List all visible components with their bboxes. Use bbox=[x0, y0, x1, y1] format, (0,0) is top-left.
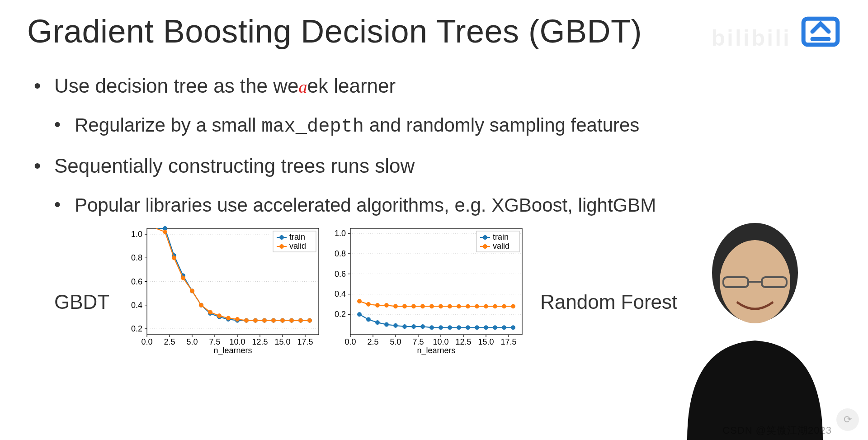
bullet-1a-post: and randomly sampling features bbox=[364, 114, 639, 136]
chart-label-left: GBDT bbox=[54, 291, 115, 313]
svg-point-112 bbox=[394, 323, 398, 327]
svg-point-57 bbox=[217, 314, 222, 318]
svg-point-133 bbox=[421, 304, 425, 308]
svg-point-131 bbox=[403, 304, 407, 308]
svg-point-128 bbox=[376, 303, 380, 308]
svg-point-109 bbox=[367, 317, 371, 322]
handwritten-correction: a bbox=[299, 77, 307, 96]
svg-text:7.5: 7.5 bbox=[209, 337, 220, 346]
svg-point-141 bbox=[493, 304, 497, 308]
video-watermark: bilibili bbox=[712, 25, 791, 51]
svg-text:2.5: 2.5 bbox=[164, 337, 175, 346]
svg-text:0.0: 0.0 bbox=[344, 337, 356, 346]
svg-text:15.0: 15.0 bbox=[274, 337, 290, 346]
svg-text:5.0: 5.0 bbox=[390, 337, 401, 346]
svg-point-51 bbox=[163, 230, 167, 234]
svg-point-66 bbox=[299, 318, 303, 322]
svg-point-139 bbox=[475, 304, 479, 308]
svg-text:2.5: 2.5 bbox=[367, 337, 378, 346]
bullet-1a: Regularize by a small max_depth and rand… bbox=[54, 114, 841, 137]
svg-text:1.0: 1.0 bbox=[131, 230, 142, 239]
svg-text:0.8: 0.8 bbox=[335, 249, 346, 258]
svg-point-117 bbox=[439, 326, 443, 330]
svg-text:15.0: 15.0 bbox=[478, 337, 494, 346]
svg-text:17.5: 17.5 bbox=[500, 337, 516, 346]
video-control-icon[interactable]: ⟳ bbox=[836, 408, 859, 431]
svg-text:valid: valid bbox=[493, 241, 509, 251]
svg-point-53 bbox=[181, 276, 185, 280]
svg-text:0.0: 0.0 bbox=[141, 337, 152, 346]
svg-point-118 bbox=[448, 326, 452, 330]
svg-point-123 bbox=[493, 326, 497, 330]
chart-label-right: Random Forest bbox=[540, 291, 677, 313]
svg-point-138 bbox=[466, 304, 470, 308]
svg-point-122 bbox=[484, 326, 488, 330]
bullet-list: Use decision tree as the weaek learner R… bbox=[34, 75, 841, 216]
svg-point-132 bbox=[412, 304, 416, 308]
svg-point-137 bbox=[457, 304, 461, 308]
svg-text:10.0: 10.0 bbox=[229, 337, 245, 346]
footer-credit: CSDN @笑傲江湖2023 bbox=[722, 424, 832, 437]
svg-point-63 bbox=[272, 318, 276, 322]
svg-point-116 bbox=[430, 326, 434, 330]
svg-text:0.2: 0.2 bbox=[131, 324, 142, 333]
svg-text:17.5: 17.5 bbox=[297, 337, 313, 346]
svg-point-60 bbox=[245, 318, 249, 322]
charts-row: GBDT 0.20.40.60.81.00.02.55.07.510.012.5… bbox=[54, 224, 823, 355]
svg-point-114 bbox=[412, 325, 416, 329]
bullet-2: Sequentially constructing trees runs slo… bbox=[34, 155, 841, 216]
svg-point-58 bbox=[226, 316, 231, 320]
svg-text:n_learners: n_learners bbox=[213, 346, 252, 355]
svg-point-149 bbox=[483, 245, 487, 249]
svg-text:0.6: 0.6 bbox=[131, 277, 142, 286]
svg-point-115 bbox=[421, 325, 425, 329]
svg-point-62 bbox=[263, 318, 267, 322]
chart-gbdt-svg: 0.20.40.60.81.00.02.55.07.510.012.515.01… bbox=[124, 224, 323, 355]
svg-text:10.0: 10.0 bbox=[433, 337, 448, 346]
svg-point-146 bbox=[483, 236, 487, 240]
svg-text:0.2: 0.2 bbox=[335, 310, 346, 319]
svg-point-56 bbox=[208, 310, 212, 314]
svg-point-67 bbox=[308, 318, 312, 322]
svg-text:12.5: 12.5 bbox=[252, 337, 268, 346]
svg-point-110 bbox=[376, 321, 380, 325]
svg-point-126 bbox=[358, 299, 362, 303]
slide-root: bilibili Gradient Boosting Decision Tree… bbox=[0, 0, 868, 440]
svg-point-143 bbox=[511, 304, 515, 308]
svg-point-54 bbox=[190, 289, 194, 293]
svg-text:0.4: 0.4 bbox=[131, 301, 142, 310]
svg-point-111 bbox=[385, 322, 389, 326]
svg-point-119 bbox=[457, 326, 461, 330]
svg-point-55 bbox=[199, 303, 203, 307]
brand-logo-icon bbox=[800, 11, 841, 52]
svg-text:n_learners: n_learners bbox=[417, 346, 455, 355]
bullet-1a-pre: Regularize by a small bbox=[75, 114, 261, 136]
chart-rf: 0.20.40.60.81.00.02.55.07.510.012.515.01… bbox=[328, 224, 527, 355]
svg-point-70 bbox=[280, 236, 284, 240]
svg-text:12.5: 12.5 bbox=[455, 337, 471, 346]
svg-point-120 bbox=[466, 326, 470, 330]
chart-rf-svg: 0.20.40.60.81.00.02.55.07.510.012.515.01… bbox=[328, 224, 527, 355]
svg-point-127 bbox=[367, 302, 371, 306]
svg-point-108 bbox=[358, 312, 362, 317]
bullet-1-text-pre: Use decision tree as the we bbox=[54, 75, 299, 97]
svg-point-130 bbox=[394, 304, 398, 308]
svg-point-61 bbox=[254, 318, 258, 322]
svg-point-52 bbox=[172, 256, 176, 260]
svg-point-125 bbox=[511, 326, 515, 330]
svg-text:train: train bbox=[289, 232, 305, 241]
svg-text:0.4: 0.4 bbox=[335, 289, 346, 298]
svg-text:valid: valid bbox=[289, 241, 306, 251]
svg-point-64 bbox=[281, 318, 285, 322]
bullet-1-text-post: ek learner bbox=[307, 75, 396, 97]
svg-point-136 bbox=[448, 304, 452, 308]
svg-text:7.5: 7.5 bbox=[412, 337, 424, 346]
svg-point-73 bbox=[280, 245, 284, 249]
svg-point-129 bbox=[385, 303, 389, 308]
bullet-1a-code: max_depth bbox=[261, 116, 364, 137]
svg-point-59 bbox=[236, 317, 240, 322]
bullet-1: Use decision tree as the weaek learner R… bbox=[34, 75, 841, 137]
svg-point-135 bbox=[439, 304, 443, 308]
chart-gbdt: 0.20.40.60.81.00.02.55.07.510.012.515.01… bbox=[124, 224, 323, 355]
svg-text:0.8: 0.8 bbox=[131, 253, 142, 262]
